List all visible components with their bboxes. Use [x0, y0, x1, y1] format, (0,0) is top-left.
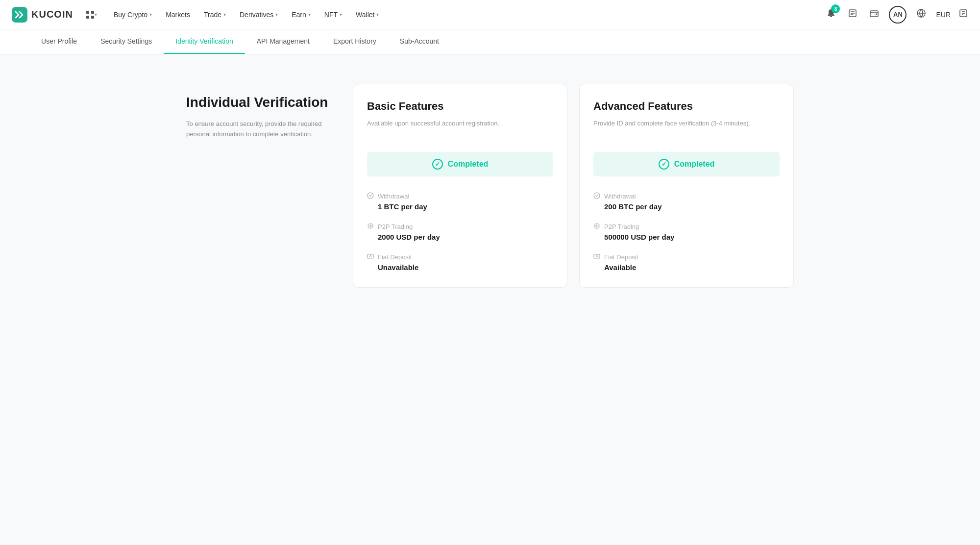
wallet-icon-button[interactable] — [867, 6, 881, 23]
nav-buy-crypto[interactable]: Buy Crypto ▾ — [108, 7, 158, 23]
nav-nft[interactable]: NFT ▾ — [318, 7, 348, 23]
advanced-completed-button[interactable]: ✓ Completed — [593, 152, 780, 176]
adv-p2p-icon — [593, 223, 600, 231]
basic-p2p: P2P Trading 2000 USD per day — [367, 223, 553, 241]
basic-card-title: Basic Features — [367, 100, 553, 113]
advanced-fiat-label: Fiat Deposit — [604, 253, 638, 261]
notification-badge: 8 — [831, 4, 840, 13]
basic-status-label: Completed — [448, 160, 489, 169]
logo[interactable]: KUCOIN — [12, 7, 73, 23]
advanced-fiat: Fiat Deposit Available — [593, 253, 780, 272]
currency-selector[interactable]: EUR — [936, 11, 951, 19]
subnav-identity-verification[interactable]: Identity Verification — [164, 29, 245, 54]
grid-chevron-icon: ▾ — [95, 12, 97, 17]
orders-button[interactable] — [846, 6, 859, 23]
chevron-down-icon: ▾ — [308, 12, 311, 17]
nav-trade[interactable]: Trade ▾ — [198, 7, 232, 23]
advanced-features-card: Advanced Features Provide ID and complet… — [579, 84, 794, 288]
svg-rect-3 — [86, 16, 89, 19]
basic-fiat: Fiat Deposit Unavailable — [367, 253, 553, 272]
cards-section: Basic Features Available upon successful… — [353, 84, 794, 288]
svg-rect-10 — [876, 14, 877, 15]
advanced-p2p-label: P2P Trading — [604, 223, 639, 230]
download-button[interactable] — [958, 8, 968, 21]
subnav-api-management[interactable]: API Management — [245, 29, 321, 54]
basic-withdrawal-label: Withdrawal — [378, 193, 409, 200]
basic-fiat-label: Fiat Deposit — [378, 253, 412, 261]
subnav-export-history[interactable]: Export History — [321, 29, 388, 54]
advanced-card-title: Advanced Features — [593, 100, 780, 113]
basic-p2p-label: P2P Trading — [378, 223, 413, 230]
nav-wallet[interactable]: Wallet ▾ — [350, 7, 385, 23]
basic-features-card: Basic Features Available upon successful… — [353, 84, 567, 288]
basic-fiat-value: Unavailable — [367, 263, 553, 272]
nav-markets[interactable]: Markets — [160, 7, 196, 23]
basic-withdrawal: Withdrawal 1 BTC per day — [367, 192, 553, 211]
basic-feature-list: Withdrawal 1 BTC per day P2P Trading — [367, 192, 553, 272]
withdrawal-icon — [367, 192, 374, 200]
notification-button[interactable]: 8 — [824, 6, 838, 23]
fiat-icon — [367, 253, 374, 261]
subnav-sub-account[interactable]: Sub-Account — [388, 29, 451, 54]
advanced-withdrawal: Withdrawal 200 BTC per day — [593, 192, 780, 211]
svg-rect-0 — [12, 7, 27, 23]
subnav-user-profile[interactable]: User Profile — [29, 29, 89, 54]
advanced-withdrawal-label: Withdrawal — [604, 193, 636, 200]
advanced-status-label: Completed — [674, 160, 715, 169]
advanced-fiat-value: Available — [593, 263, 780, 272]
left-section: Individual Verification To ensure accoun… — [186, 84, 333, 140]
main-content: Individual Verification To ensure accoun… — [147, 54, 833, 317]
language-button[interactable] — [914, 6, 928, 23]
basic-completed-button[interactable]: ✓ Completed — [367, 152, 553, 176]
basic-card-description: Available upon successful account regist… — [367, 119, 553, 138]
svg-rect-1 — [86, 11, 89, 14]
chevron-down-icon: ▾ — [275, 12, 278, 17]
logo-text: KUCOIN — [31, 9, 73, 20]
adv-fiat-icon — [593, 253, 600, 261]
page-description: To ensure account security, provide the … — [186, 119, 333, 140]
page-title: Individual Verification — [186, 94, 333, 111]
svg-rect-18 — [368, 254, 373, 258]
p2p-icon — [367, 223, 374, 231]
subnav: User Profile Security Settings Identity … — [0, 29, 980, 54]
nav-links: Buy Crypto ▾ Markets Trade ▾ Derivatives… — [108, 7, 825, 23]
advanced-card-description: Provide ID and complete face verificatio… — [593, 119, 780, 138]
chevron-down-icon: ▾ — [340, 12, 342, 17]
svg-rect-4 — [91, 16, 94, 19]
nav-right: 8 AN EUR — [824, 6, 968, 24]
subnav-security-settings[interactable]: Security Settings — [89, 29, 164, 54]
chevron-down-icon: ▾ — [376, 12, 379, 17]
svg-rect-21 — [594, 254, 600, 258]
user-avatar-button[interactable]: AN — [889, 6, 906, 24]
nav-derivatives[interactable]: Derivatives ▾ — [234, 7, 284, 23]
basic-check-icon: ✓ — [432, 159, 443, 170]
chevron-down-icon: ▾ — [223, 12, 226, 17]
chevron-down-icon: ▾ — [149, 12, 152, 17]
advanced-withdrawal-value: 200 BTC per day — [593, 202, 780, 211]
basic-p2p-value: 2000 USD per day — [367, 233, 553, 241]
svg-rect-2 — [91, 11, 94, 14]
advanced-check-icon: ✓ — [659, 159, 669, 170]
advanced-feature-list: Withdrawal 200 BTC per day P2P Trading — [593, 192, 780, 272]
basic-withdrawal-value: 1 BTC per day — [367, 202, 553, 211]
grid-menu-button[interactable]: ▾ — [83, 7, 100, 22]
svg-point-22 — [596, 256, 598, 257]
navbar: KUCOIN ▾ Buy Crypto ▾ Markets Trade ▾ De… — [0, 0, 980, 29]
advanced-p2p: P2P Trading 500000 USD per day — [593, 223, 780, 241]
nav-earn[interactable]: Earn ▾ — [286, 7, 317, 23]
svg-point-19 — [370, 256, 371, 257]
adv-withdrawal-icon — [593, 192, 600, 200]
advanced-p2p-value: 500000 USD per day — [593, 233, 780, 241]
